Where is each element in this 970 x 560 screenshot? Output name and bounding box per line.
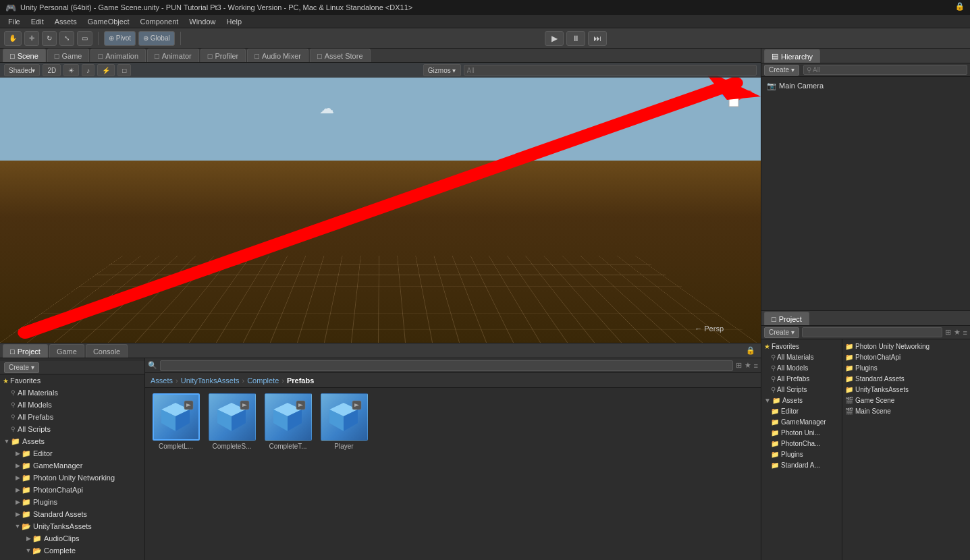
rp-asset-standard[interactable]: 📁 Standard Assets [842,373,970,384]
tree-unitytanks[interactable]: ▼ 📂 UnityTanksAssets [0,520,144,532]
rp-icon-2[interactable]: ★ [954,328,961,337]
rect-tool-btn[interactable]: ▭ [77,31,92,46]
scale-tool-btn[interactable]: ⤡ [59,31,74,46]
rp-fav-scripts[interactable]: ⚲ All Scripts [761,384,842,395]
asset-item-player[interactable]: Player [319,393,369,450]
2d-btn[interactable]: 2D [43,64,61,76]
tab-game2[interactable]: Game [49,344,84,358]
tree-photon[interactable]: ▶ 📁 Photon Unity Networking [0,472,144,484]
breadcrumb-unitytanks[interactable]: UnityTanksAssets [181,376,240,385]
menu-file[interactable]: File [3,18,26,26]
rp-icon-3[interactable]: ≡ [963,329,967,337]
fav-all-materials[interactable]: ⚲ All Materials [0,387,144,399]
audio-btn[interactable]: ♪ [82,64,95,76]
scene-search[interactable] [464,65,757,76]
tab-audio-mixer[interactable]: □ Audio Mixer [247,49,308,62]
tree-audioclips[interactable]: ▶ 📁 AudioClips [0,532,144,544]
rp-project-label: Project [779,315,802,323]
pause-btn[interactable]: ⏸ [566,31,585,46]
hierarchy-search[interactable] [803,65,967,75]
rp-editor[interactable]: 📁 Editor [761,405,842,416]
rp-favorites[interactable]: ★ Favorites [761,341,842,352]
tree-complete[interactable]: ▼ 📂 Complete [0,544,144,557]
menu-edit[interactable]: Edit [26,18,49,26]
menu-help[interactable]: Help [221,18,247,26]
rp-assets-list: 📁 Photon Unity Networking 📁 PhotonChatAp… [842,339,970,560]
shading-dropdown[interactable]: Shaded ▾ [4,64,40,76]
rp-asset-plugins[interactable]: 📁 Plugins [842,362,970,373]
menu-gameobject[interactable]: GameObject [82,18,135,26]
lighting-btn[interactable]: ☀ [63,64,79,76]
rp-photonchat[interactable]: 📁 PhotonCha... [761,438,842,449]
hierarchy-main-camera[interactable]: 📷 Main Camera [764,80,967,92]
asset-item-complete-lobby[interactable]: CompletL... [151,393,201,450]
tab-game[interactable]: □ Game [47,49,90,62]
rp-lock-icon[interactable]: 🔒 [955,2,965,11]
gizmos-btn[interactable]: Gizmos ▾ [423,64,461,76]
tree-standard[interactable]: ▶ 📁 Standard Assets [0,508,144,520]
rp-create-btn[interactable]: Create ▾ [764,327,799,338]
tab-profiler[interactable]: □ Profiler [200,49,246,62]
asset-item-complete-t[interactable]: CompleteT... [263,393,313,450]
panel-lock-icon[interactable]: 🔒 [746,346,755,355]
rp-icon-1[interactable]: ⊞ [945,328,951,337]
create-btn[interactable]: Create ▾ [4,362,39,373]
search-icon-3: ⚲ [11,414,16,420]
tree-photonchat[interactable]: ▶ 📁 PhotonChatApi [0,484,144,496]
icon-btn-2[interactable]: ★ [745,361,751,370]
fx-btn[interactable]: ⚡ [97,64,115,76]
fav-all-prefabs[interactable]: ⚲ All Prefabs [0,411,144,423]
tree-plugins[interactable]: ▶ 📁 Plugins [0,496,144,508]
step-btn[interactable]: ⏭ [588,31,607,46]
fav-all-scripts[interactable]: ⚲ All Scripts [0,423,144,435]
asset-search-input[interactable] [160,360,733,371]
rp-search-input[interactable] [802,327,942,337]
pivot-btn[interactable]: ⊕ Pivot [104,31,136,46]
rp-standard[interactable]: 📁 Standard A... [761,459,842,470]
rp-gamemanager[interactable]: 📁 GameManager [761,416,842,427]
breadcrumb-assets[interactable]: Assets [151,376,173,385]
fav-all-models[interactable]: ⚲ All Models [0,399,144,411]
rp-asset-gamescene[interactable]: 🎬 Game Scene [842,395,970,405]
tab-hierarchy[interactable]: ▤ Hierarchy [764,49,820,63]
rp-asset-mainscene[interactable]: 🎬 Main Scene [842,405,970,416]
hierarchy-create-btn[interactable]: Create ▾ [764,65,799,76]
breadcrumb-complete[interactable]: Complete [247,376,279,385]
tree-animators[interactable]: ▶ 📁 Animators [0,557,144,560]
game2-tab-label: Game [57,347,77,356]
tab-animation[interactable]: □ Animation [90,49,146,62]
icon-btn-3[interactable]: ≡ [754,362,758,370]
rp-asset-photonchat[interactable]: 📁 PhotonChatApi [842,352,970,362]
project-content: Create ▾ ★ Favorites ⚲ All Materials ⚲ A… [0,358,761,560]
rp-asset-unitytanks[interactable]: 📁 UnityTanksAssets [842,384,970,395]
rp-fav-materials[interactable]: ⚲ All Materials [761,352,842,362]
tree-editor[interactable]: ▶ 📁 Editor [0,447,144,459]
assets-root[interactable]: ▼ 📁 Assets [0,435,144,447]
global-btn[interactable]: ⊕ Global [138,31,175,46]
hand-tool-btn[interactable]: ✋ [4,31,22,46]
rp-tab-project[interactable]: □ Project [764,312,809,325]
menu-window[interactable]: Window [184,18,221,26]
tab-asset-store[interactable]: □ Asset Store [310,49,371,62]
rp-asset-photon[interactable]: 📁 Photon Unity Networking [842,341,970,352]
rotate-tool-btn[interactable]: ↻ [42,31,57,46]
menu-assets[interactable]: Assets [49,18,82,26]
play-btn[interactable]: ▶ [545,31,564,46]
rp-fav-models[interactable]: ⚲ All Models [761,362,842,373]
scene-view[interactable]: Shaded ▾ 2D ☀ ♪ ⚡ □ Gizmos ▾ [0,63,761,343]
tab-scene[interactable]: □ Scene [3,49,46,62]
menu-component[interactable]: Component [134,18,184,26]
tab-console[interactable]: Console [86,344,128,358]
rp-plugins[interactable]: 📁 Plugins [761,449,842,459]
rp-assets-root[interactable]: ▼ 📁 Assets [761,395,842,405]
asset-item-complete-s[interactable]: CompleteS... [207,393,257,450]
move-tool-btn[interactable]: ✛ [24,31,39,46]
rp-photon[interactable]: 📁 Photon Uni... [761,427,842,438]
tab-project[interactable]: □ Project [3,344,48,358]
tree-gamemanager[interactable]: ▶ 📁 GameManager [0,459,144,472]
rp-fav-prefabs[interactable]: ⚲ All Prefabs [761,373,842,384]
favorites-header[interactable]: ★ Favorites [0,374,144,387]
icon-btn-1[interactable]: ⊞ [736,361,742,370]
skybox-btn[interactable]: □ [117,64,131,76]
tab-animator[interactable]: □ Animator [147,49,199,62]
